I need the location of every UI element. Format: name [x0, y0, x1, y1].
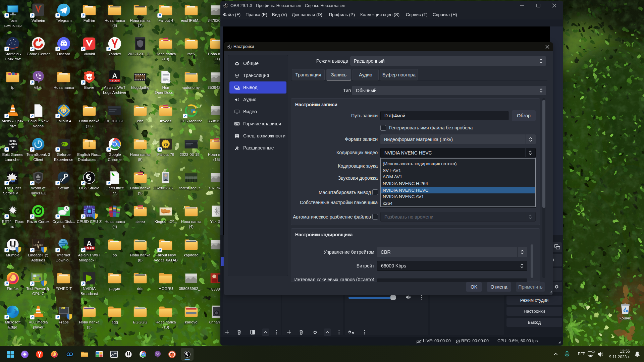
svg-text:SLAIN: SLAIN — [112, 79, 119, 82]
svg-text:II: II — [38, 246, 39, 248]
svg-text:BLE: BLE — [11, 246, 15, 248]
svg-text:A: A — [87, 239, 92, 248]
svg-text:A: A — [112, 72, 117, 80]
svg-text:GAMES: GAMES — [8, 143, 17, 145]
svg-text:SLAIN: SLAIN — [87, 247, 94, 250]
svg-text:76: 76 — [163, 142, 168, 147]
svg-text:99: 99 — [61, 306, 65, 310]
svg-text:FPS: FPS — [188, 110, 194, 113]
svg-text:z: z — [638, 352, 640, 354]
svg-text:LINEAGE: LINEAGE — [34, 244, 43, 246]
svg-text:EPIC: EPIC — [9, 139, 16, 142]
